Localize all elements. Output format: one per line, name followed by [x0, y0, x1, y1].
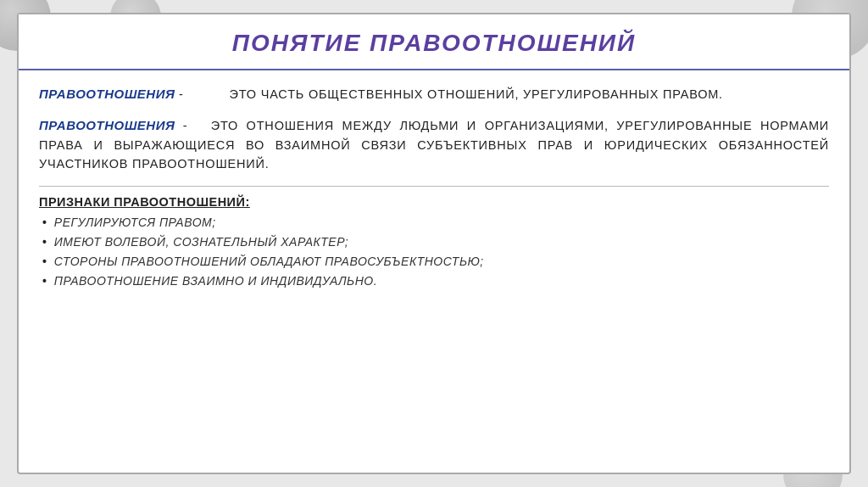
signs-section: ПРИЗНАКИ ПРАВООТНОШЕНИЙ: • РЕГУЛИРУЮТСЯ …: [39, 195, 829, 288]
sign-text-4: ПРАВООТНОШЕНИЕ ВЗАИМНО И ИНДИВИДУАЛЬНО.: [54, 274, 377, 288]
bullet-4: •: [42, 274, 47, 288]
bullet-2: •: [42, 235, 47, 249]
definition-text-1: ЭТО ЧАСТЬ ОБЩЕСТВЕННЫХ ОТНОШЕНИЙ, УРЕГУЛ…: [230, 87, 723, 101]
signs-title: ПРИЗНАКИ ПРАВООТНОШЕНИЙ:: [39, 195, 829, 209]
slide-container: ПОНЯТИЕ ПРАВООТНОШЕНИЙ ПРАВООТНОШЕНИЯ - …: [17, 13, 851, 474]
bullet-1: •: [42, 216, 47, 229]
sign-item-3: • СТОРОНЫ ПРАВООТНОШЕНИЙ ОБЛАДАЮТ ПРАВОС…: [39, 255, 829, 268]
sign-item-1: • РЕГУЛИРУЮТСЯ ПРАВОМ;: [39, 216, 829, 229]
slide-title: ПОНЯТИЕ ПРАВООТНОШЕНИЙ: [36, 30, 832, 57]
definition-block-2: ПРАВООТНОШЕНИЯ - ЭТО ОТНОШЕНИЯ МЕЖДУ ЛЮД…: [39, 115, 829, 173]
keyword-2: ПРАВООТНОШЕНИЯ: [39, 118, 175, 132]
sign-text-3: СТОРОНЫ ПРАВООТНОШЕНИЙ ОБЛАДАЮТ ПРАВОСУБ…: [54, 255, 484, 268]
title-section: ПОНЯТИЕ ПРАВООТНОШЕНИЙ: [19, 14, 849, 70]
dash-1: -: [179, 87, 225, 101]
sign-text-1: РЕГУЛИРУЮТСЯ ПРАВОМ;: [54, 216, 216, 229]
content-divider: [39, 186, 829, 187]
sign-text-2: ИМЕЮТ ВОЛЕВОЙ, СОЗНАТЕЛЬНЫЙ ХАРАКТЕР;: [54, 235, 348, 249]
sign-item-4: • ПРАВООТНОШЕНИЕ ВЗАИМНО И ИНДИВИДУАЛЬНО…: [39, 274, 829, 288]
keyword-1: ПРАВООТНОШЕНИЯ: [39, 87, 175, 101]
content-section: ПРАВООТНОШЕНИЯ - ЭТО ЧАСТЬ ОБЩЕСТВЕННЫХ …: [19, 70, 849, 473]
dash-2: -: [183, 119, 203, 132]
definition-block-1: ПРАВООТНОШЕНИЯ - ЭТО ЧАСТЬ ОБЩЕСТВЕННЫХ …: [39, 84, 829, 104]
sign-item-2: • ИМЕЮТ ВОЛЕВОЙ, СОЗНАТЕЛЬНЫЙ ХАРАКТЕР;: [39, 235, 829, 249]
bullet-3: •: [42, 255, 47, 268]
